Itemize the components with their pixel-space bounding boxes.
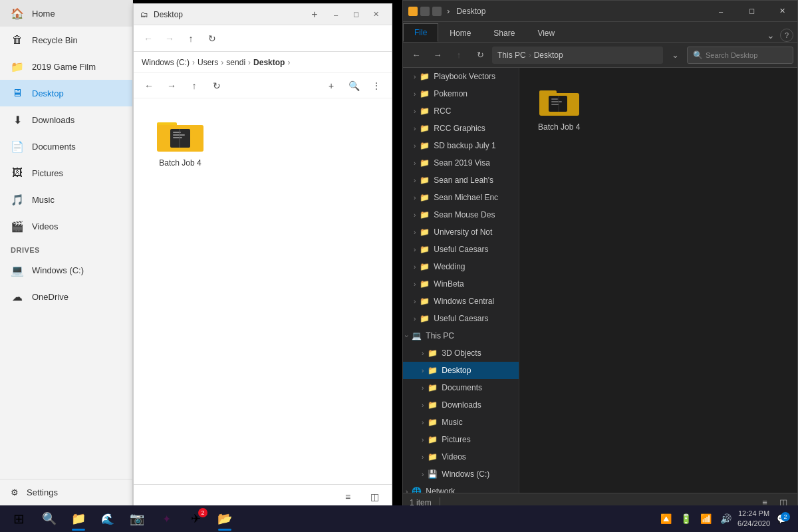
right-refresh-btn[interactable]: ↻ — [471, 47, 489, 64]
ribbon-tab-file[interactable]: File — [403, 23, 438, 42]
nav-item-winbeta[interactable]: › 📁 WinBeta — [403, 275, 519, 293]
ribbon-expand-button[interactable]: ⌄ — [764, 29, 777, 42]
list-view-button[interactable]: ≡ — [338, 487, 357, 506]
ribbon-tab-home[interactable]: Home — [438, 23, 482, 42]
tile-view-button[interactable]: ◫ — [365, 487, 384, 506]
nav-item-windowscentral[interactable]: › 📁 Windows Central — [403, 293, 519, 310]
sidebar-item-recycle[interactable]: 🗑 Recycle Bin — [0, 27, 132, 53]
nav-item-seanmichael[interactable]: › 📁 Sean Michael Enc — [403, 189, 519, 206]
back-button[interactable]: ← — [139, 29, 158, 48]
toolbar-up-btn[interactable]: ↑ — [184, 76, 204, 95]
sidebar-item-videos[interactable]: 🎬 Videos — [0, 213, 132, 239]
nav-item-playbookvectors[interactable]: › 📁 Playbook Vectors — [403, 68, 519, 85]
sidebar-item-pictures[interactable]: 🖼 Pictures — [0, 160, 132, 186]
toolbar-search-btn[interactable]: 🔍 — [344, 76, 364, 95]
nav-item-3dobjects[interactable]: › 📁 3D Objects — [403, 344, 519, 362]
toolbar-forward-btn[interactable]: → — [162, 76, 182, 95]
sidebar-label-gamefilm: 2019 Game Film — [32, 62, 96, 72]
wifi-icon[interactable]: 📶 — [698, 511, 714, 527]
left-titlebar: 🗂 Desktop + – ◻ ✕ — [134, 4, 392, 25]
taskbar-edge[interactable]: 🌊 — [93, 505, 122, 532]
taskbar-telegram[interactable]: ✈ 2 — [181, 505, 210, 532]
volume-icon[interactable]: 🔊 — [718, 511, 733, 527]
toolbar-add-btn[interactable]: + — [321, 76, 341, 95]
maximize-button[interactable]: ◻ — [346, 8, 365, 21]
nav-item-university[interactable]: › 📁 University of Not — [403, 223, 519, 241]
start-button[interactable]: ⊞ — [3, 505, 35, 532]
nav-item-music-thispc[interactable]: › 📁 Music — [403, 414, 519, 431]
start-icon: ⊞ — [13, 511, 25, 527]
chevron-up-icon[interactable]: 🔼 — [658, 511, 674, 527]
recycle-bin-icon: 🗑 — [11, 34, 24, 46]
taskbar-search[interactable]: 🔍 — [35, 505, 64, 532]
breadcrumb-part-1[interactable]: Windows (C:) — [142, 58, 190, 67]
folder-icon: 📁 — [420, 210, 430, 219]
notification-icon[interactable]: 💬 2 — [774, 511, 790, 527]
right-maximize-button[interactable]: ◻ — [736, 1, 767, 22]
nav-item-wedding[interactable]: › 📁 Wedding — [403, 258, 519, 275]
taskbar-slack[interactable]: ✦ — [152, 505, 181, 532]
sidebar-item-documents[interactable]: 📄 Documents — [0, 133, 132, 160]
sidebar-item-home[interactable]: 🏠 Home — [0, 0, 132, 27]
refresh-button[interactable]: ↻ — [203, 29, 221, 48]
ribbon-tab-view[interactable]: View — [526, 23, 566, 42]
right-breadcrumb-bar[interactable]: This PC › Desktop — [492, 47, 663, 64]
nav-item-seanleah[interactable]: › 📁 Sean and Leah's — [403, 172, 519, 189]
nav-item-documents-thispc[interactable]: › 📁 Documents — [403, 379, 519, 396]
nav-item-pokemon[interactable]: › 📁 Pokemon — [403, 85, 519, 102]
nav-item-usefulcaesars2[interactable]: › 📁 Useful Caesars — [403, 310, 519, 327]
right-up-btn[interactable]: ↑ — [450, 47, 468, 64]
nav-label: Sean 2019 Visa — [434, 158, 490, 168]
nav-item-sdbackup[interactable]: › 📁 SD backup July 1 — [403, 137, 519, 154]
right-back-btn[interactable]: ← — [407, 47, 426, 64]
taskbar-fileexplorer1[interactable]: 📁 — [64, 505, 93, 532]
nav-item-videos-thispc[interactable]: › 📁 Videos — [403, 448, 519, 466]
sidebar-item-onedrive[interactable]: ☁ OneDrive — [0, 283, 132, 310]
nav-item-windowsc-thispc[interactable]: › 💾 Windows (C:) — [403, 466, 519, 483]
right-breadcrumb-thispc[interactable]: This PC — [497, 51, 526, 60]
up-button[interactable]: ↑ — [182, 29, 200, 48]
battery-icon[interactable]: 🔋 — [678, 511, 694, 527]
nav-item-usefulcaesars1[interactable]: › 📁 Useful Caesars — [403, 241, 519, 258]
sidebar-item-downloads[interactable]: ⬇ Downloads — [0, 106, 132, 133]
sidebar-item-music[interactable]: 🎵 Music — [0, 186, 132, 213]
sidebar-item-windowsc[interactable]: 💻 Windows (C:) — [0, 257, 132, 283]
nav-item-downloads-thispc[interactable]: › 📁 Downloads — [403, 396, 519, 414]
close-button[interactable]: ✕ — [366, 8, 385, 21]
taskbar-datetime[interactable]: 12:24 PM 6/24/2020 — [737, 509, 770, 529]
folder-item-batchjob4[interactable]: Batch Job 4 — [147, 112, 213, 173]
sidebar-settings[interactable]: ⚙ Settings — [0, 479, 132, 505]
nav-item-thispc[interactable]: › 💻 This PC — [403, 327, 519, 344]
breadcrumb-part-4[interactable]: Desktop — [253, 58, 285, 67]
right-minimize-button[interactable]: – — [706, 1, 736, 22]
right-close-button[interactable]: ✕ — [767, 1, 797, 22]
new-tab-button[interactable]: + — [305, 5, 324, 24]
nav-item-network[interactable]: › 🌐 Network — [403, 483, 519, 493]
ribbon-tab-share[interactable]: Share — [482, 23, 526, 42]
nav-item-desktop-thispc[interactable]: › 📁 Desktop — [403, 362, 519, 379]
taskbar-photos[interactable]: 📷 — [122, 505, 152, 532]
right-forward-btn[interactable]: → — [428, 47, 447, 64]
nav-item-sean2019visa[interactable]: › 📁 Sean 2019 Visa — [403, 154, 519, 172]
ribbon-help-button[interactable]: ? — [780, 29, 793, 42]
right-breadcrumb-desktop[interactable]: Desktop — [534, 51, 563, 60]
nav-item-rccgraphics[interactable]: › 📁 RCC Graphics — [403, 120, 519, 137]
nav-item-rcc[interactable]: › 📁 RCC — [403, 102, 519, 120]
taskbar-fileexplorer2[interactable]: 📂 — [210, 505, 239, 532]
sidebar-item-gamefilm[interactable]: 📁 2019 Game Film — [0, 53, 132, 80]
breadcrumb-part-2[interactable]: Users — [198, 58, 218, 67]
taskbar: ⊞ 🔍 📁 🌊 📷 ✦ ✈ 2 📂 🔼 🔋 📶 🔊 12:24 PM 6/24/… — [0, 505, 798, 532]
right-folder-item-batchjob4[interactable]: Batch Job 4 — [533, 81, 585, 137]
toolbar-more-btn[interactable]: ⋮ — [366, 76, 386, 95]
sidebar-item-desktop[interactable]: 🖥 Desktop — [0, 80, 132, 106]
right-breadcrumb-expand[interactable]: ⌄ — [666, 47, 684, 64]
minimize-button[interactable]: – — [327, 8, 345, 21]
nav-item-pictures-thispc[interactable]: › 📁 Pictures — [403, 431, 519, 448]
nav-item-seanmousedes[interactable]: › 📁 Sean Mouse Des — [403, 206, 519, 223]
toolbar-refresh-btn[interactable]: ↻ — [207, 76, 227, 95]
breadcrumb-part-3[interactable]: sendi — [226, 58, 245, 67]
right-search-box[interactable]: 🔍 Search Desktop — [687, 47, 793, 64]
color-dot-3 — [432, 7, 442, 16]
forward-button[interactable]: → — [160, 29, 179, 48]
toolbar-back-btn[interactable]: ← — [139, 76, 159, 95]
